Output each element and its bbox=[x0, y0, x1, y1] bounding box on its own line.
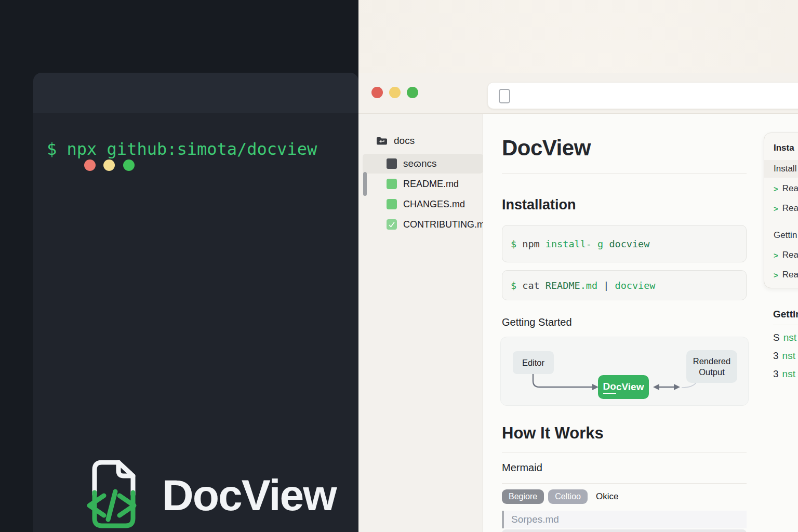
flow-diagram: Editor Rendered Output DocView bbox=[500, 337, 749, 406]
sidebar-item-se-ncs[interactable]: seɷncs bbox=[363, 154, 483, 174]
prompt-symbol: S bbox=[773, 332, 780, 343]
toc-header: Insta bbox=[764, 138, 798, 158]
prompt-symbol: $ bbox=[47, 139, 57, 159]
terminal-command: $ npx github:simota/docview bbox=[47, 139, 317, 159]
file-sidebar: docs seɷncsREADME.mdCHANGES.mdCONTRIBUTI… bbox=[358, 114, 483, 532]
sidebar-item-label: CONTRIBUTING.md bbox=[403, 219, 490, 230]
sidebar-scrollbar-thumb[interactable] bbox=[363, 172, 367, 196]
diagram-node-docview: DocView bbox=[598, 375, 649, 399]
aside-code-line: Snst bbox=[773, 332, 798, 343]
sidebar-item-readme-md[interactable]: README.md bbox=[358, 174, 479, 194]
how-it-works-heading: How It Works bbox=[502, 424, 604, 443]
toc-item[interactable]: >Read bbox=[764, 246, 798, 264]
docview-logo: DocView bbox=[85, 457, 336, 530]
divider bbox=[502, 452, 747, 453]
sidebar-folder-label: docs bbox=[394, 135, 415, 147]
toc-item-label: Install bbox=[774, 164, 796, 174]
diagram-node-rendered-output: Rendered Output bbox=[686, 350, 737, 383]
blockquote: Sorpes.md bbox=[502, 511, 747, 528]
aside-code-line: 3nst bbox=[773, 368, 798, 380]
getting-started-heading: Getting Started bbox=[502, 316, 572, 328]
page-title: DocView bbox=[502, 136, 591, 161]
diagram-node-editor: Editor bbox=[513, 351, 554, 374]
toc-item-label: Read bbox=[782, 203, 798, 214]
terminal-titlebar bbox=[33, 73, 358, 113]
prompt-symbol: 3 bbox=[773, 368, 779, 379]
sidebar-item-contributing-md[interactable]: CONTRIBUTING.md bbox=[358, 215, 479, 234]
sidebar-item-label: CHANGES.md bbox=[403, 199, 465, 210]
prompt-symbol: 3 bbox=[773, 350, 779, 361]
tab-pill-begiore[interactable]: Begiore bbox=[502, 489, 544, 504]
code-token: .md bbox=[580, 280, 604, 291]
toc-item[interactable]: >Read bbox=[764, 180, 798, 197]
code-block: $ npm install- g docview bbox=[502, 225, 747, 262]
code-token: README bbox=[546, 280, 580, 291]
document-content: DocView Installation $ npm install- g do… bbox=[483, 114, 798, 532]
sidebar-item-label: seɷncs bbox=[403, 158, 436, 169]
close-button[interactable] bbox=[371, 87, 383, 98]
code-token: npm bbox=[522, 238, 546, 249]
docview-wordmark: DocView bbox=[162, 470, 336, 517]
tab-pills: BegioreCeltioo bbox=[502, 489, 588, 504]
code-token: docview bbox=[615, 280, 656, 291]
sidebar-folder-docs[interactable]: docs bbox=[376, 131, 415, 151]
aside-lines: Snst3nst3nst bbox=[773, 332, 798, 380]
sidebar-item-changes-md[interactable]: CHANGES.md bbox=[358, 194, 479, 214]
code-token: $ bbox=[511, 238, 522, 249]
pill-after-text: Okice bbox=[596, 491, 618, 502]
code-block-stub bbox=[502, 529, 747, 532]
code-token: docview bbox=[609, 238, 649, 249]
terminal-window: $ npx github:simota/docview DocView bbox=[33, 73, 358, 532]
divider bbox=[502, 173, 747, 174]
toc-item-label: Gettin bbox=[774, 230, 797, 241]
close-button[interactable] bbox=[84, 159, 96, 171]
minimize-button[interactable] bbox=[103, 159, 115, 171]
chevron-right-icon: > bbox=[774, 184, 778, 193]
aside-code-text: nst bbox=[782, 350, 795, 361]
zoom-button[interactable] bbox=[123, 159, 135, 171]
code-token: cat bbox=[522, 280, 546, 291]
code-token: install- g bbox=[546, 238, 609, 249]
toc-item[interactable]: >Read bbox=[764, 200, 798, 217]
toc-item[interactable]: >Read bbox=[764, 266, 798, 284]
chevron-right-icon: > bbox=[774, 251, 778, 260]
zoom-button[interactable] bbox=[407, 87, 418, 98]
docview-label-underline: Do bbox=[603, 380, 616, 394]
aside-section: Gettin Snst3nst3nst bbox=[773, 309, 798, 380]
toc-item-label: Read bbox=[782, 183, 798, 194]
blockquote-text: Sorpes.md bbox=[511, 514, 559, 525]
aside-heading: Gettin bbox=[773, 309, 798, 325]
tab-pill-row: BegioreCeltioo Okice bbox=[502, 489, 618, 504]
code-token: $ bbox=[511, 280, 522, 291]
folder-icon bbox=[376, 136, 388, 145]
toc-card: Insta Install>Read>ReadGettin>Read>Read bbox=[764, 132, 798, 288]
file-dark-icon bbox=[387, 158, 397, 169]
toc-item-label: Read bbox=[782, 250, 798, 260]
aside-code-text: nst bbox=[782, 368, 795, 379]
toc-list: Install>Read>ReadGettin>Read>Read bbox=[764, 160, 798, 284]
mermaid-heading: Mermaid bbox=[502, 462, 542, 474]
screenshot-stage: $ npx github:simota/docview DocView bbox=[0, 0, 798, 532]
chevron-right-icon: > bbox=[774, 204, 778, 213]
aside-code-line: 3nst bbox=[773, 350, 798, 362]
file-green-icon bbox=[387, 199, 397, 209]
code-block: $ cat README.md | docview bbox=[502, 270, 747, 300]
chevron-right-icon: > bbox=[774, 271, 778, 280]
minimize-button[interactable] bbox=[389, 87, 401, 98]
toc-item[interactable]: Install bbox=[764, 160, 798, 178]
aside-code-text: nst bbox=[783, 332, 796, 343]
sidebar-item-label: README.md bbox=[403, 179, 459, 190]
command-text: npx github:simota/docview bbox=[57, 139, 317, 159]
toc-item[interactable]: Gettin bbox=[764, 227, 798, 244]
toc-item-label: Read bbox=[782, 270, 798, 280]
divider bbox=[502, 483, 747, 484]
file-green-icon bbox=[387, 179, 397, 189]
file-green-check-icon bbox=[387, 219, 397, 230]
code-token: | bbox=[603, 280, 615, 291]
docview-logo-icon bbox=[85, 457, 143, 530]
installation-heading: Installation bbox=[502, 197, 576, 213]
search-icon bbox=[499, 89, 510, 103]
tab-pill-celtioo[interactable]: Celtioo bbox=[548, 489, 588, 504]
search-bar[interactable] bbox=[487, 82, 798, 109]
